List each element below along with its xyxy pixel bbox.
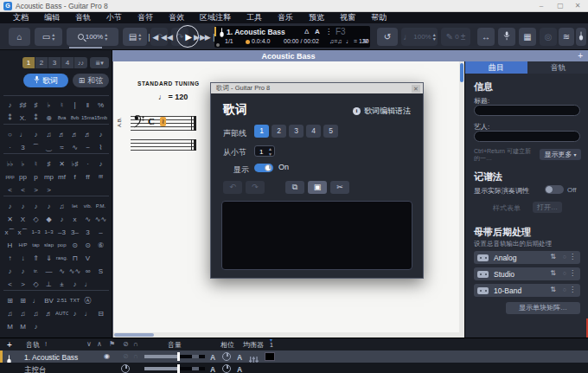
dialog-close-button[interactable]: ✕ bbox=[412, 85, 420, 93]
palette-icon[interactable]: ◇ bbox=[29, 278, 42, 288]
palette-icon[interactable]: ⊙ bbox=[81, 239, 94, 252]
palette-icon[interactable]: ♪ bbox=[3, 265, 16, 278]
palette-icon[interactable]: ⊞ bbox=[3, 294, 16, 307]
palette-icon[interactable]: < bbox=[16, 183, 29, 194]
palette-icon[interactable]: ♩ bbox=[81, 278, 94, 288]
copy-button[interactable]: ⧉ bbox=[285, 181, 304, 194]
palette-icon[interactable]: ∿∿ bbox=[94, 213, 107, 226]
lcd-menu-icon[interactable]: ⋮ bbox=[325, 28, 332, 35]
open-stylesheet-button[interactable]: 打开… bbox=[533, 202, 562, 213]
palette-icon[interactable]: H bbox=[3, 239, 16, 252]
palette-icon[interactable]: ♪ bbox=[29, 128, 42, 141]
palette-icon[interactable]: ♮ bbox=[29, 158, 42, 170]
menu-item[interactable]: 区域注释 bbox=[192, 12, 239, 23]
menu-item[interactable]: 音效 bbox=[161, 12, 192, 23]
skip-start-button[interactable]: ❘◀ bbox=[145, 28, 159, 46]
menu-item[interactable]: 工具 bbox=[239, 12, 270, 23]
palette-icon[interactable]: ♪ bbox=[29, 200, 42, 213]
palette-icon[interactable]: ♪ bbox=[68, 278, 81, 288]
palette-icon[interactable]: % bbox=[94, 99, 107, 112]
palette-icon[interactable]: ✕ bbox=[55, 158, 68, 170]
palette-icon[interactable]: ∿ bbox=[55, 265, 68, 278]
pan-automation-button[interactable]: A bbox=[237, 353, 242, 362]
pan-knob[interactable] bbox=[222, 352, 231, 361]
track-color-swatch[interactable] bbox=[265, 352, 275, 361]
palette-icon[interactable]: ♩ bbox=[16, 128, 29, 141]
kebab-menu-icon[interactable]: ⋮ bbox=[569, 286, 576, 293]
artist-input[interactable] bbox=[474, 131, 580, 142]
paste-button[interactable]: ▣ bbox=[308, 181, 327, 194]
palette-icon[interactable]: ± bbox=[55, 278, 68, 288]
palette-icon[interactable]: P.M. bbox=[94, 200, 107, 213]
palette-icon[interactable]: ♪ bbox=[94, 128, 107, 141]
voice-1-button[interactable]: 1 bbox=[22, 57, 35, 68]
palette-icon[interactable]: ◇ bbox=[29, 213, 42, 226]
menu-item[interactable]: 小节 bbox=[99, 12, 130, 23]
palette-icon[interactable]: ○ bbox=[3, 128, 16, 141]
palette-icon[interactable]: ⑥ bbox=[94, 239, 107, 252]
menu-item[interactable]: 音轨 bbox=[67, 12, 99, 23]
palette-icon[interactable]: ♪ bbox=[68, 307, 81, 320]
palette-icon[interactable]: ♫ bbox=[16, 307, 29, 320]
title-input[interactable] bbox=[474, 105, 580, 116]
metronome-icon[interactable]: Δ bbox=[304, 28, 309, 35]
palette-icon[interactable]: ♪ bbox=[3, 99, 16, 112]
palette-icon[interactable]: p bbox=[29, 170, 42, 183]
palette-icon[interactable]: ff bbox=[81, 170, 94, 183]
palette-icon[interactable]: ♯ bbox=[29, 99, 42, 112]
close-button[interactable]: ✕ bbox=[571, 1, 585, 11]
effect-row-10band[interactable]: 10-Band ⇅ ○ ⋮ bbox=[474, 284, 580, 297]
palette-icon[interactable]: ♬ bbox=[68, 128, 81, 141]
voice-line-5[interactable]: 5 bbox=[323, 125, 338, 138]
palette-icon[interactable]: ≈ bbox=[55, 141, 68, 151]
cut-button[interactable]: ✂ bbox=[330, 181, 349, 194]
lyrics-button[interactable]: 歌词 bbox=[23, 74, 68, 87]
palette-icon[interactable]: ∿ bbox=[81, 213, 94, 226]
menu-item[interactable]: 音符 bbox=[130, 12, 161, 23]
guitar-button[interactable] bbox=[576, 28, 586, 46]
tuner-button[interactable] bbox=[498, 28, 515, 46]
palette-icon[interactable]: ♭♭ bbox=[3, 158, 16, 170]
eye-icon[interactable]: ◉ bbox=[104, 352, 110, 360]
master-input-knob[interactable] bbox=[121, 364, 130, 373]
palette-icon[interactable]: H/P bbox=[16, 239, 29, 252]
palette-icon[interactable]: ↓ bbox=[16, 252, 29, 265]
palette-icon[interactable]: ⁑ bbox=[3, 112, 16, 122]
menu-item[interactable]: 音乐 bbox=[270, 12, 301, 23]
menu-item[interactable]: 预览 bbox=[301, 12, 332, 23]
palette-icon[interactable]: ♮ bbox=[55, 99, 68, 112]
palette-icon[interactable]: ⊙ bbox=[68, 239, 81, 252]
resize-view-button[interactable]: ↔ bbox=[477, 28, 495, 46]
dialog-title-bar[interactable]: 歌词 - Guitar Pro 8 bbox=[211, 83, 423, 93]
palette-icon[interactable]: ♬ bbox=[55, 128, 68, 141]
palette-icon[interactable]: – bbox=[94, 226, 107, 239]
layout-button[interactable]: ▤ ▴▾ bbox=[123, 28, 147, 46]
drums-button[interactable]: ◎ bbox=[540, 28, 557, 46]
palette-icon[interactable]: ♬ bbox=[81, 128, 94, 141]
palette-icon[interactable]: < bbox=[3, 183, 16, 194]
palette-icon[interactable]: 15mb bbox=[94, 112, 107, 122]
palette-icon[interactable]: ♫ bbox=[42, 128, 55, 141]
tuning-fork-icon[interactable]: Ψ bbox=[363, 38, 368, 44]
mute-icon[interactable]: ⊘ bbox=[123, 352, 129, 360]
volume-automation-button[interactable]: A bbox=[210, 365, 215, 373]
kebab-menu-icon[interactable]: ⋮ bbox=[569, 253, 576, 260]
alert-icon[interactable]: ! bbox=[45, 340, 47, 348]
voice-filter-dropdown[interactable]: ≣▾ bbox=[90, 57, 109, 68]
palette-icon[interactable]: BV bbox=[42, 294, 55, 307]
audio-wave-button[interactable]: ≋ bbox=[559, 28, 574, 46]
dialog-undo-button[interactable]: ↶ bbox=[223, 181, 242, 194]
palette-icon[interactable]: M bbox=[3, 320, 16, 333]
palette-icon[interactable]: ♪ bbox=[16, 200, 29, 213]
menu-item[interactable]: 编辑 bbox=[36, 12, 67, 23]
lcd-display[interactable]: 1. Acoustic Bass Δ A ⋮ F3 1/1 0.0:4.0 00… bbox=[214, 26, 370, 48]
score-tab[interactable]: Acoustic Bass bbox=[225, 52, 352, 61]
pan-knob[interactable] bbox=[222, 364, 231, 373]
palette-icon[interactable]: ↑ bbox=[3, 252, 16, 265]
effect-row-studio[interactable]: Studio ⇅ ○ ⋮ bbox=[474, 267, 580, 280]
palette-icon[interactable]: S bbox=[94, 265, 107, 278]
palette-icon[interactable]: X bbox=[16, 213, 29, 226]
power-icon[interactable]: ○ bbox=[563, 286, 566, 293]
palette-icon[interactable]: 3 bbox=[16, 141, 29, 151]
headphones-column-icon[interactable]: ∩ bbox=[133, 340, 138, 348]
